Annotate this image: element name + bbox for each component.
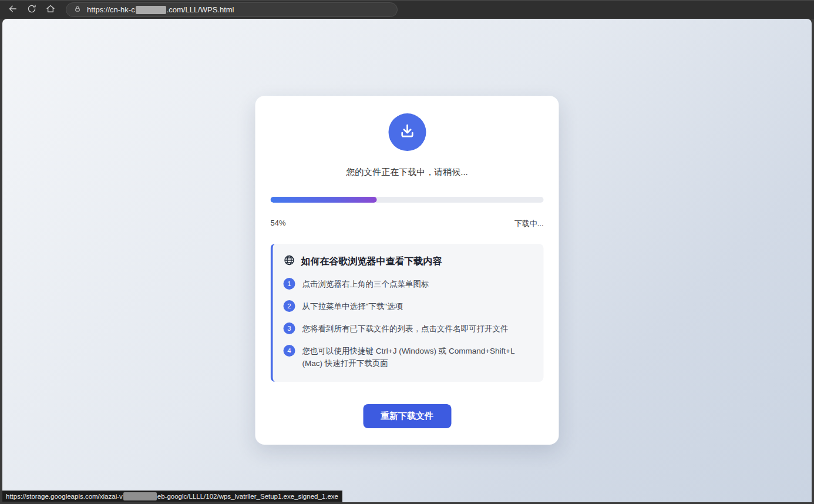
progress-info-row: 54% 下载中... [271, 219, 544, 229]
lock-icon [73, 5, 82, 15]
link-status-bar: https://storage.googleapis.com/xiazai-ve… [2, 490, 342, 502]
progress-percent: 54% [271, 219, 286, 229]
download-icon-circle [388, 113, 426, 151]
address-url: https://cn-hk-c.com/LLL/WPS.html [87, 5, 234, 14]
download-status-message: 您的文件正在下载中，请稍候... [271, 167, 544, 178]
progress-fill [271, 197, 377, 203]
download-icon [398, 122, 416, 142]
status-link-prefix: https://storage.googleapis.com/xiazai-v [6, 493, 123, 500]
browser-toolbar: https://cn-hk-c.com/LLL/WPS.html [0, 0, 814, 19]
instructions-title-row: 如何在谷歌浏览器中查看下载内容 [284, 254, 532, 268]
home-button[interactable] [42, 2, 59, 18]
status-link-suffix: eb-googlc/LLLL/102/wps_lvatrller_Setup1.… [157, 493, 338, 500]
instruction-step: 4 您也可以使用快捷键 Ctrl+J (Windows) 或 Command+S… [284, 344, 532, 370]
step-number-badge: 4 [284, 345, 295, 357]
progress-status: 下载中... [514, 219, 544, 229]
step-text: 您也可以使用快捷键 Ctrl+J (Windows) 或 Command+Shi… [302, 344, 532, 370]
redacted-url-segment [136, 6, 166, 14]
page-background: 您的文件正在下载中，请稍候... 54% 下载中... 如何在谷歌浏览器中查看下… [2, 19, 812, 502]
step-number-badge: 2 [284, 300, 295, 312]
home-icon [45, 4, 56, 16]
step-text: 点击浏览器右上角的三个点菜单图标 [302, 277, 429, 291]
back-arrow-icon [8, 4, 18, 16]
instruction-step: 3 您将看到所有已下载文件的列表，点击文件名即可打开文件 [284, 322, 532, 335]
instruction-step: 1 点击浏览器右上角的三个点菜单图标 [284, 277, 532, 291]
redownload-button[interactable]: 重新下载文件 [363, 404, 451, 428]
back-button[interactable] [5, 2, 21, 18]
download-card: 您的文件正在下载中，请稍候... 54% 下载中... 如何在谷歌浏览器中查看下… [255, 96, 559, 445]
instructions-box: 如何在谷歌浏览器中查看下载内容 1 点击浏览器右上角的三个点菜单图标 2 从下拉… [271, 244, 544, 382]
refresh-button[interactable] [23, 2, 40, 18]
instructions-title: 如何在谷歌浏览器中查看下载内容 [301, 256, 442, 268]
step-text: 您将看到所有已下载文件的列表，点击文件名即可打开文件 [302, 322, 509, 335]
step-text: 从下拉菜单中选择"下载"选项 [302, 300, 403, 313]
globe-icon [284, 254, 295, 268]
address-bar[interactable]: https://cn-hk-c.com/LLL/WPS.html [66, 2, 398, 17]
redacted-link-segment [123, 492, 157, 500]
instruction-step: 2 从下拉菜单中选择"下载"选项 [284, 300, 532, 313]
step-number-badge: 1 [284, 278, 295, 290]
refresh-icon [26, 4, 37, 16]
progress-bar [271, 197, 544, 203]
step-number-badge: 3 [284, 322, 295, 334]
